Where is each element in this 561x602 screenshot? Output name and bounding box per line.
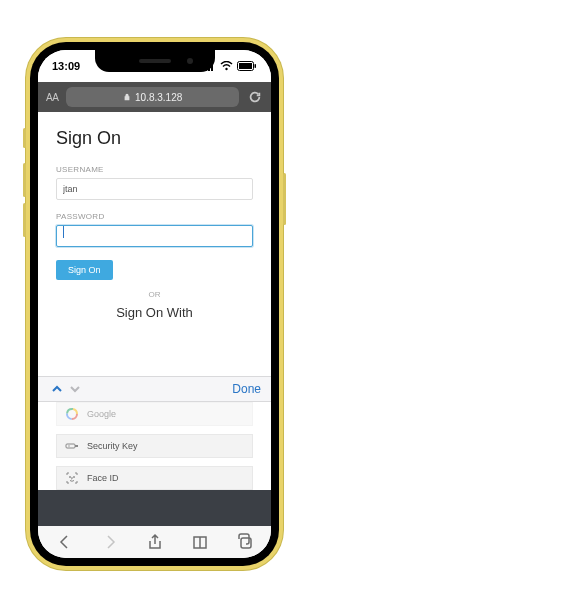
battery-icon — [237, 61, 257, 71]
status-time: 13:09 — [52, 60, 80, 72]
username-label: USERNAME — [56, 165, 253, 174]
bookmarks-button[interactable] — [190, 532, 210, 552]
back-button[interactable] — [55, 532, 75, 552]
security-key-icon — [65, 439, 79, 453]
tabs-button[interactable] — [235, 532, 255, 552]
provider-google[interactable]: Google — [56, 402, 253, 426]
volume-up-button — [23, 163, 26, 197]
screen: 13:09 AA — [38, 50, 271, 558]
speaker — [139, 59, 171, 63]
sign-on-button[interactable]: Sign On — [56, 260, 113, 280]
volume-down-button — [23, 203, 26, 237]
provider-label: Face ID — [87, 473, 119, 483]
password-label: PASSWORD — [56, 212, 253, 221]
google-icon — [65, 407, 79, 421]
svg-point-15 — [70, 477, 71, 478]
username-input[interactable] — [56, 178, 253, 200]
address-field[interactable]: 10.8.3.128 — [66, 87, 239, 107]
svg-point-4 — [225, 68, 227, 70]
svg-rect-12 — [66, 444, 75, 448]
lock-icon — [123, 92, 131, 103]
text-cursor — [63, 226, 64, 238]
provider-label: Google — [87, 409, 116, 419]
svg-rect-13 — [75, 445, 78, 447]
phone-device-frame: 13:09 AA — [26, 38, 283, 570]
notch — [95, 50, 215, 72]
sign-on-with-heading: Sign On With — [56, 305, 253, 320]
keyboard-done-button[interactable]: Done — [232, 382, 261, 396]
password-input[interactable] — [56, 225, 253, 247]
refresh-button[interactable] — [247, 89, 263, 105]
svg-rect-6 — [239, 63, 252, 69]
wifi-icon — [220, 61, 233, 71]
svg-point-14 — [68, 445, 69, 446]
face-id-icon — [65, 471, 79, 485]
side-button — [23, 128, 26, 148]
page-footer — [38, 490, 271, 526]
provider-label: Security Key — [87, 441, 138, 451]
keyboard-accessory-bar: Done — [38, 376, 271, 402]
or-divider: OR — [56, 290, 253, 299]
text-size-button[interactable]: AA — [46, 92, 58, 103]
prev-field-button[interactable] — [48, 380, 66, 398]
svg-rect-7 — [255, 64, 257, 68]
provider-face-id[interactable]: Face ID — [56, 466, 253, 490]
next-field-button[interactable] — [66, 380, 84, 398]
phone-bezel: 13:09 AA — [30, 42, 279, 566]
power-button — [283, 173, 286, 225]
svg-point-16 — [74, 477, 75, 478]
provider-security-key[interactable]: Security Key — [56, 434, 253, 458]
forward-button[interactable] — [100, 532, 120, 552]
page-title: Sign On — [56, 128, 253, 149]
browser-url-bar: AA 10.8.3.128 — [38, 82, 271, 112]
share-button[interactable] — [145, 532, 165, 552]
password-field-group: PASSWORD — [56, 212, 253, 247]
provider-list: Google Security Key Face ID — [56, 402, 253, 498]
browser-toolbar — [38, 524, 271, 558]
address-text: 10.8.3.128 — [135, 92, 182, 103]
username-field-group: USERNAME — [56, 165, 253, 200]
front-camera — [187, 58, 193, 64]
